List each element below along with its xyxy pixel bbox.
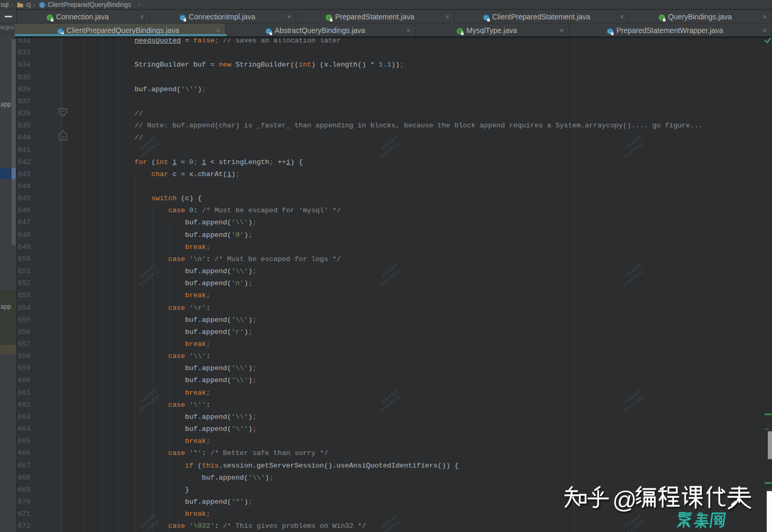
svg-text:@: @ <box>613 486 637 513</box>
svg-text:I: I <box>49 15 51 20</box>
svg-text:C: C <box>40 3 44 8</box>
svg-text:I: I <box>661 15 663 20</box>
svg-text:I: I <box>328 15 330 20</box>
